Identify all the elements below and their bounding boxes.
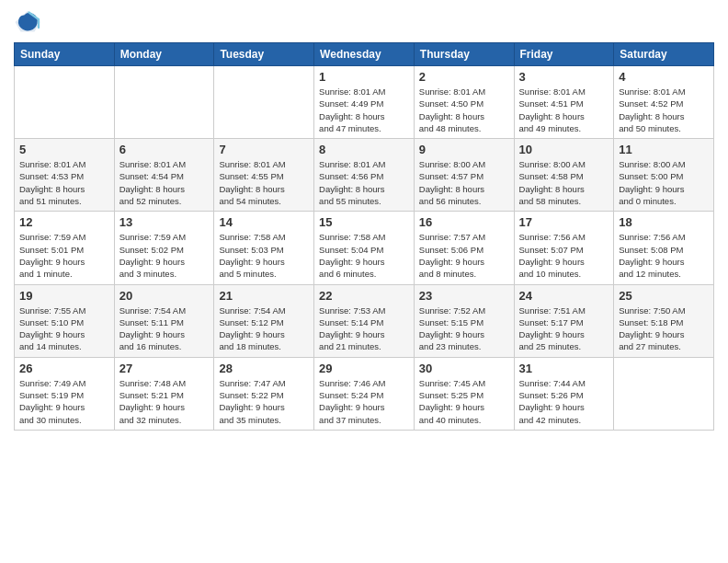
day-info: Sunrise: 7:56 AM Sunset: 5:08 PM Dayligh… [619,231,709,280]
calendar-cell: 24Sunrise: 7:51 AM Sunset: 5:17 PM Dayli… [514,284,614,357]
day-info: Sunrise: 8:01 AM Sunset: 4:55 PM Dayligh… [219,158,309,207]
day-number: 29 [319,362,409,375]
day-number: 16 [419,215,509,229]
calendar-cell: 8Sunrise: 8:01 AM Sunset: 4:56 PM Daylig… [314,139,415,212]
day-number: 3 [519,70,609,84]
calendar-cell: 7Sunrise: 8:01 AM Sunset: 4:55 PM Daylig… [214,139,314,212]
weekday-header: Friday [514,43,614,66]
calendar-cell: 2Sunrise: 8:01 AM Sunset: 4:50 PM Daylig… [414,66,514,139]
day-info: Sunrise: 8:01 AM Sunset: 4:56 PM Dayligh… [319,158,409,207]
day-number: 31 [519,362,609,375]
day-info: Sunrise: 7:45 AM Sunset: 5:25 PM Dayligh… [419,377,509,426]
calendar-cell: 9Sunrise: 8:00 AM Sunset: 4:57 PM Daylig… [414,139,514,212]
day-info: Sunrise: 8:01 AM Sunset: 4:52 PM Dayligh… [619,86,709,134]
weekday-header: Sunday [15,43,115,66]
day-info: Sunrise: 7:56 AM Sunset: 5:07 PM Dayligh… [519,231,609,280]
day-number: 23 [419,289,509,303]
calendar-cell: 10Sunrise: 8:00 AM Sunset: 4:58 PM Dayli… [514,139,614,212]
calendar-cell: 1Sunrise: 8:01 AM Sunset: 4:49 PM Daylig… [314,66,415,139]
day-number: 19 [19,289,109,303]
calendar-cell: 13Sunrise: 7:59 AM Sunset: 5:02 PM Dayli… [114,212,214,284]
day-number: 15 [319,215,409,229]
calendar-cell: 25Sunrise: 7:50 AM Sunset: 5:18 PM Dayli… [614,284,714,357]
day-info: Sunrise: 7:55 AM Sunset: 5:10 PM Dayligh… [19,304,109,353]
day-info: Sunrise: 7:47 AM Sunset: 5:22 PM Dayligh… [219,377,309,426]
day-number: 27 [119,362,210,375]
weekday-header: Thursday [414,43,514,66]
calendar-cell: 22Sunrise: 7:53 AM Sunset: 5:14 PM Dayli… [314,284,415,357]
calendar-cell: 11Sunrise: 8:00 AM Sunset: 5:00 PM Dayli… [614,139,714,212]
day-number: 10 [519,143,609,156]
day-number: 2 [419,70,509,84]
calendar-cell: 31Sunrise: 7:44 AM Sunset: 5:26 PM Dayli… [514,357,614,430]
calendar-table: SundayMondayTuesdayWednesdayThursdayFrid… [14,42,714,431]
calendar-cell: 23Sunrise: 7:52 AM Sunset: 5:15 PM Dayli… [414,284,514,357]
calendar-week-row: 19Sunrise: 7:55 AM Sunset: 5:10 PM Dayli… [15,284,714,357]
day-number: 26 [19,362,109,375]
day-number: 11 [619,143,709,156]
day-info: Sunrise: 7:51 AM Sunset: 5:17 PM Dayligh… [519,304,609,353]
day-info: Sunrise: 7:58 AM Sunset: 5:03 PM Dayligh… [219,231,309,280]
day-number: 1 [319,70,409,84]
day-info: Sunrise: 7:59 AM Sunset: 5:01 PM Dayligh… [19,231,109,280]
day-number: 30 [419,362,509,375]
calendar-cell: 3Sunrise: 8:01 AM Sunset: 4:51 PM Daylig… [514,66,614,139]
day-number: 20 [119,289,210,303]
day-info: Sunrise: 7:54 AM Sunset: 5:11 PM Dayligh… [119,304,210,353]
calendar-cell: 17Sunrise: 7:56 AM Sunset: 5:07 PM Dayli… [514,212,614,284]
day-number: 28 [219,362,309,375]
day-info: Sunrise: 8:01 AM Sunset: 4:50 PM Dayligh… [419,86,509,134]
weekday-header-row: SundayMondayTuesdayWednesdayThursdayFrid… [15,43,714,66]
calendar-week-row: 26Sunrise: 7:49 AM Sunset: 5:19 PM Dayli… [15,357,714,430]
calendar-cell: 18Sunrise: 7:56 AM Sunset: 5:08 PM Dayli… [614,212,714,284]
day-info: Sunrise: 7:57 AM Sunset: 5:06 PM Dayligh… [419,231,509,280]
calendar-week-row: 12Sunrise: 7:59 AM Sunset: 5:01 PM Dayli… [15,212,714,284]
calendar-cell: 29Sunrise: 7:46 AM Sunset: 5:24 PM Dayli… [314,357,415,430]
calendar-cell: 5Sunrise: 8:01 AM Sunset: 4:53 PM Daylig… [15,139,115,212]
day-number: 25 [619,289,709,303]
day-number: 24 [519,289,609,303]
day-info: Sunrise: 8:00 AM Sunset: 5:00 PM Dayligh… [619,158,709,207]
day-number: 21 [219,289,309,303]
day-number: 13 [119,215,210,229]
calendar-cell: 12Sunrise: 7:59 AM Sunset: 5:01 PM Dayli… [15,212,115,284]
page-container: SundayMondayTuesdayWednesdayThursdayFrid… [0,0,728,440]
day-number: 7 [219,143,309,156]
calendar-cell: 15Sunrise: 7:58 AM Sunset: 5:04 PM Dayli… [314,212,415,284]
calendar-cell [114,66,214,139]
day-info: Sunrise: 8:01 AM Sunset: 4:53 PM Dayligh… [19,158,109,207]
day-info: Sunrise: 8:01 AM Sunset: 4:54 PM Dayligh… [119,158,210,207]
day-number: 18 [619,215,709,229]
day-info: Sunrise: 7:50 AM Sunset: 5:18 PM Dayligh… [619,304,709,353]
calendar-cell: 16Sunrise: 7:57 AM Sunset: 5:06 PM Dayli… [414,212,514,284]
day-info: Sunrise: 8:01 AM Sunset: 4:49 PM Dayligh… [319,86,409,134]
calendar-cell [15,66,115,139]
day-info: Sunrise: 7:53 AM Sunset: 5:14 PM Dayligh… [319,304,409,353]
calendar-cell: 28Sunrise: 7:47 AM Sunset: 5:22 PM Dayli… [214,357,314,430]
logo-icon [14,9,41,35]
weekday-header: Wednesday [314,43,415,66]
calendar-cell: 14Sunrise: 7:58 AM Sunset: 5:03 PM Dayli… [214,212,314,284]
day-number: 8 [319,143,409,156]
calendar-cell: 6Sunrise: 8:01 AM Sunset: 4:54 PM Daylig… [114,139,214,212]
day-info: Sunrise: 7:52 AM Sunset: 5:15 PM Dayligh… [419,304,509,353]
day-info: Sunrise: 8:01 AM Sunset: 4:51 PM Dayligh… [519,86,609,134]
day-info: Sunrise: 7:46 AM Sunset: 5:24 PM Dayligh… [319,377,409,426]
calendar-cell [214,66,314,139]
day-info: Sunrise: 8:00 AM Sunset: 4:58 PM Dayligh… [519,158,609,207]
day-number: 5 [19,143,109,156]
logo [14,9,45,35]
day-number: 4 [619,70,709,84]
calendar-cell: 4Sunrise: 8:01 AM Sunset: 4:52 PM Daylig… [614,66,714,139]
day-info: Sunrise: 7:44 AM Sunset: 5:26 PM Dayligh… [519,377,609,426]
weekday-header: Monday [114,43,214,66]
calendar-week-row: 5Sunrise: 8:01 AM Sunset: 4:53 PM Daylig… [15,139,714,212]
day-number: 9 [419,143,509,156]
weekday-header: Saturday [614,43,714,66]
day-info: Sunrise: 7:59 AM Sunset: 5:02 PM Dayligh… [119,231,210,280]
calendar-cell: 19Sunrise: 7:55 AM Sunset: 5:10 PM Dayli… [15,284,115,357]
day-number: 22 [319,289,409,303]
calendar-cell: 21Sunrise: 7:54 AM Sunset: 5:12 PM Dayli… [214,284,314,357]
day-info: Sunrise: 7:58 AM Sunset: 5:04 PM Dayligh… [319,231,409,280]
day-info: Sunrise: 7:48 AM Sunset: 5:21 PM Dayligh… [119,377,210,426]
